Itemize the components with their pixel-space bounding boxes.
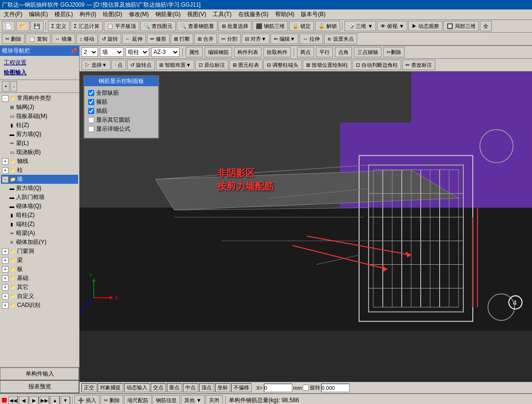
- tree-axis-net[interactable]: ⊞ 轴网(J): [8, 103, 78, 112]
- tree-dark-column[interactable]: ▮ 暗柱(Z): [8, 211, 78, 220]
- btn-mirror[interactable]: ↔ 镜像: [52, 34, 75, 44]
- tree-cad-recog[interactable]: + 📁 CAD识别: [1, 301, 78, 310]
- expand-fb[interactable]: +: [2, 257, 9, 264]
- menu-online[interactable]: 在线服务(S): [235, 9, 271, 19]
- btn-fullscreen[interactable]: 全: [480, 21, 492, 31]
- btn-check-rebar[interactable]: 🔍 查看钢筋量: [177, 21, 217, 31]
- btn-move[interactable]: ↕ 移动: [76, 34, 98, 44]
- subtype-select[interactable]: 暗柱: [126, 47, 149, 57]
- expand-dw[interactable]: +: [2, 248, 9, 255]
- btn-orig-label[interactable]: ⊡ 原位标注: [195, 60, 228, 70]
- btn-close[interactable]: 关闭: [206, 395, 223, 404]
- tree-masonry-rebar[interactable]: ≡ 砌体加筋(Y): [8, 238, 78, 247]
- btn-orthogonal[interactable]: 正交: [81, 383, 97, 392]
- btn-sidebar-plus[interactable]: +: [2, 81, 9, 91]
- btn-nav-down[interactable]: ▼: [61, 396, 70, 404]
- btn-3d-view[interactable]: 🎲 三维 ▼: [344, 21, 376, 31]
- btn-dot-angle[interactable]: 点角: [335, 47, 352, 57]
- status-rotate-input[interactable]: [321, 384, 350, 392]
- expand-axis[interactable]: +: [2, 158, 9, 165]
- menu-help[interactable]: 帮助(H): [272, 9, 298, 19]
- btn-nav-next[interactable]: ▶: [29, 396, 39, 404]
- btn-nav-prev[interactable]: ◀: [19, 396, 28, 404]
- cb-detail-formula[interactable]: 显示详细公式: [88, 125, 154, 133]
- expand-oth[interactable]: +: [2, 284, 9, 291]
- btn-point[interactable]: · 点: [111, 60, 126, 70]
- btn-batch-select[interactable]: ⊞ 批量选择: [218, 21, 252, 31]
- single-input-btn[interactable]: 单构件输入: [0, 367, 79, 380]
- expand-sg[interactable]: +: [2, 266, 9, 273]
- btn-perpendicular[interactable]: 垂点: [167, 383, 182, 392]
- menu-rebar-qty[interactable]: 钢筋量(G): [153, 9, 183, 19]
- status-rotate-check[interactable]: [303, 385, 309, 391]
- type-select[interactable]: 墙: [100, 47, 124, 57]
- btn-coordinate[interactable]: 坐标: [215, 383, 230, 392]
- btn-two-point[interactable]: 两点: [297, 47, 314, 57]
- name-select[interactable]: AZ-3: [151, 47, 180, 57]
- btn-midpoint[interactable]: 中点: [183, 383, 198, 392]
- btn-sidebar-minus[interactable]: -: [10, 81, 17, 91]
- expand-wall[interactable]: -: [2, 176, 9, 183]
- report-preview-btn[interactable]: 报表预览: [0, 380, 79, 393]
- btn-merge[interactable]: ⊞ 合并: [194, 34, 217, 44]
- tree-common-types[interactable]: - 📁 常用构件类型: [1, 94, 78, 103]
- btn-fig-col-table[interactable]: ⊞ 图元柱表: [229, 60, 262, 70]
- tree-axis-group[interactable]: + 📁 轴线: [1, 157, 78, 166]
- menu-edit[interactable]: 编辑(E): [26, 9, 51, 19]
- btn-delete-axis[interactable]: ✂删除: [383, 47, 405, 57]
- btn-flat-view[interactable]: 📋 平齐板顶: [104, 21, 139, 31]
- btn-check-label[interactable]: ✏ 查改标注: [402, 60, 435, 70]
- cb-other-input[interactable]: [88, 117, 94, 123]
- expand-common[interactable]: -: [2, 95, 9, 102]
- tree-floor-beam[interactable]: + 📁 梁: [1, 256, 78, 265]
- btn-insert[interactable]: ➕ 插入: [74, 395, 99, 404]
- nav-engineering[interactable]: 工程设置: [2, 58, 77, 68]
- btn-define[interactable]: Σ 定义: [48, 21, 70, 31]
- sidebar-pin-icon[interactable]: 📌: [70, 48, 77, 54]
- btn-set-vertex[interactable]: ⊕ 设置夹点: [324, 34, 357, 44]
- cb-formula-input[interactable]: [88, 126, 94, 132]
- btn-rebar-info[interactable]: 钢筋信息: [153, 395, 180, 404]
- btn-pick-component[interactable]: 拾取构件: [263, 47, 291, 57]
- menu-version[interactable]: 版本号(B): [298, 9, 328, 19]
- viewport[interactable]: 钢筋显示控制面板 全部纵筋 箍筋 插筋 显示其它圆筋: [80, 72, 532, 382]
- tree-custom[interactable]: + 📁 自定义: [1, 292, 78, 301]
- btn-local-3d[interactable]: 🔲 局部三维: [443, 21, 479, 31]
- btn-three-point-aux[interactable]: 三点辅轴: [354, 47, 381, 57]
- btn-align[interactable]: ⊟ 对齐▼: [242, 34, 270, 44]
- btn-pull[interactable]: ↔ 拉伸: [299, 34, 323, 44]
- btn-open[interactable]: 📂: [16, 21, 29, 31]
- status-x-input[interactable]: [264, 384, 292, 392]
- btn-save[interactable]: 💾: [30, 21, 44, 31]
- tree-shear-wall-sub[interactable]: ▬ 剪力墙(Q): [8, 184, 78, 193]
- btn-nav-last[interactable]: ▶▶: [40, 396, 49, 404]
- btn-vertex[interactable]: 顶点: [199, 383, 214, 392]
- tree-cast-slab[interactable]: ▭ 现浇板(B): [8, 148, 78, 157]
- menu-draw[interactable]: 绘图(D): [100, 9, 125, 19]
- btn-perspective[interactable]: 👁 俯视 ▼: [377, 21, 407, 31]
- btn-obj-snap[interactable]: 对象捕捉: [98, 383, 123, 392]
- tree-door-window[interactable]: + 📁 门窗洞: [1, 247, 78, 256]
- tree-column[interactable]: ▮ 柱(Z): [8, 121, 78, 130]
- btn-edit-rebar[interactable]: 编辑钢筋: [205, 47, 232, 57]
- tree-other[interactable]: + 📁 其它: [1, 283, 78, 292]
- tree-hidden-beam[interactable]: ═ 暗梁(A): [8, 229, 78, 238]
- btn-component-list[interactable]: 构件列表: [234, 47, 261, 57]
- btn-copy[interactable]: 📋 复制: [26, 34, 51, 44]
- btn-intersection[interactable]: 交点: [151, 383, 166, 392]
- btn-select[interactable]: ▷ 选择▼: [81, 60, 110, 70]
- btn-nav-first[interactable]: ◀◀: [9, 396, 18, 404]
- tree-wall-group[interactable]: - 📁 墙: [1, 175, 78, 184]
- btn-nav-up[interactable]: ▲: [50, 396, 60, 404]
- tree-shear-wall[interactable]: ▬ 剪力墙(Q): [8, 130, 78, 139]
- btn-dynamic[interactable]: ▶ 动态观察: [408, 21, 442, 31]
- btn-unlock[interactable]: 🔓 解锁: [315, 21, 340, 31]
- menu-floor[interactable]: 楼层(L): [52, 9, 76, 19]
- tree-beam[interactable]: ═ 梁(L): [8, 139, 78, 148]
- btn-property[interactable]: 属性: [186, 47, 203, 57]
- btn-parallel[interactable]: 平行: [316, 47, 333, 57]
- menu-file[interactable]: 文件(F): [1, 9, 25, 19]
- btn-no-offset[interactable]: 不偏移: [231, 383, 252, 392]
- btn-adj-col-end[interactable]: ⊟ 调整柱端头: [263, 60, 302, 70]
- expand-cad[interactable]: +: [2, 302, 9, 309]
